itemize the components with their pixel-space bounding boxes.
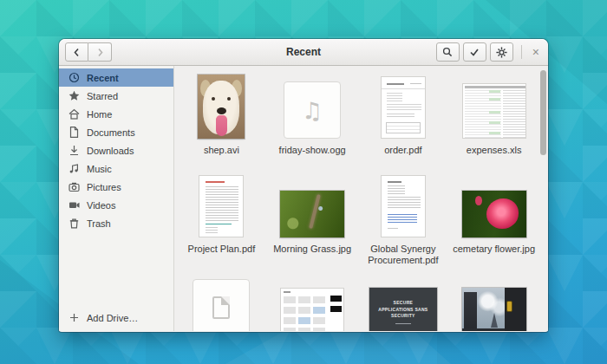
- file-thumbnail-rose-photo: [462, 191, 526, 237]
- file-label: order.pdf: [360, 145, 447, 168]
- file-grid-row: Project Plan.pdf Morning Grass.jpg Globa…: [176, 173, 539, 267]
- sidebar-item-label: Downloads: [87, 146, 134, 156]
- file-item-shep-avi[interactable]: shep.avi: [176, 75, 267, 168]
- headerbar: Recent: [59, 39, 548, 66]
- file-grid-row: SECURE APPLICATIONS SANS SECURITY: [176, 272, 539, 331]
- file-thumbnail-presentation-slide: SECURE APPLICATIONS SANS SECURITY: [369, 288, 437, 331]
- file-thumbnail-generic-document-card: [193, 279, 250, 331]
- music-note-icon: [69, 163, 80, 174]
- sidebar-item-recent[interactable]: Recent: [59, 68, 173, 87]
- sidebar-item-label: Home: [87, 109, 112, 120]
- sidebar-item-label: Pictures: [87, 182, 121, 192]
- file-thumbnail-text-document: [199, 175, 244, 237]
- headerbar-separator: [521, 45, 522, 59]
- file-label: friday-show.ogg: [269, 145, 356, 168]
- file-thumbnail-tables-sheet: [280, 288, 344, 331]
- add-drive-button[interactable]: Add Drive…: [59, 312, 173, 323]
- thumb-art: [491, 313, 498, 328]
- trash-icon: [69, 218, 80, 229]
- document-page-icon: [212, 296, 230, 319]
- content-scrollbar[interactable]: [538, 67, 547, 330]
- sidebar-item-label: Documents: [87, 127, 135, 138]
- file-label: Global Synergy Procurement.pdf: [360, 244, 447, 267]
- document-icon: [69, 127, 80, 138]
- file-manager-window: Recent: [59, 39, 548, 332]
- thumb-art: [486, 198, 519, 229]
- sidebar-item-label: Starred: [87, 91, 118, 101]
- file-label: Morning Grass.jpg: [269, 244, 356, 267]
- thumb-art: [309, 194, 321, 229]
- gear-icon: [496, 47, 507, 58]
- recent-files-view: shep.avi ♫ friday-show.ogg: [174, 66, 548, 331]
- music-note-icon: ♫: [302, 99, 323, 122]
- sidebar-item-downloads[interactable]: Downloads: [59, 141, 173, 159]
- file-thumbnail-audio-card: ♫: [284, 81, 341, 139]
- file-item-city-photo[interactable]: [448, 272, 539, 331]
- forward-button[interactable]: [88, 42, 112, 62]
- sidebar-item-label: Trash: [87, 218, 111, 229]
- file-thumbnail-grass-photo: [280, 191, 344, 237]
- slide-title-text: SECURE APPLICATIONS SANS SECURITY: [375, 300, 431, 320]
- back-button[interactable]: [65, 42, 88, 62]
- sidebar-item-home[interactable]: Home: [59, 105, 173, 123]
- file-item-project-plan-pdf[interactable]: Project Plan.pdf: [176, 173, 267, 267]
- slide-subtitle-line: [395, 323, 411, 324]
- file-thumbnail-invoice: [381, 76, 426, 139]
- close-window-button[interactable]: ×: [530, 46, 542, 58]
- navigation-buttons: [65, 42, 112, 62]
- plus-icon: [69, 312, 80, 323]
- file-item-cemetary-flower-jpg[interactable]: cemetary flower.jpg: [448, 173, 539, 267]
- thumb-art: [386, 122, 421, 133]
- headerbar-actions: ×: [436, 42, 542, 62]
- recent-clock-icon: [69, 72, 80, 83]
- file-grid-row: shep.avi ♫ friday-show.ogg: [176, 75, 539, 168]
- home-icon: [69, 108, 80, 120]
- thumb-art: [475, 196, 482, 205]
- sidebar-item-starred[interactable]: Starred: [59, 87, 173, 105]
- file-thumbnail-links-document: [381, 175, 426, 237]
- sidebar-item-music[interactable]: Music: [59, 159, 173, 178]
- selection-mode-button[interactable]: [463, 42, 486, 62]
- scrollbar-thumb[interactable]: [540, 70, 546, 155]
- file-item-generic-document[interactable]: [176, 272, 267, 331]
- thumb-art: [464, 292, 477, 331]
- sidebar-item-documents[interactable]: Documents: [59, 123, 173, 141]
- sidebar-item-label: Recent: [87, 73, 119, 83]
- camera-icon: [69, 181, 80, 192]
- file-label: Project Plan.pdf: [178, 244, 264, 267]
- file-thumbnail-city-photo: [462, 288, 526, 331]
- file-item-expenses-xls[interactable]: expenses.xls: [448, 75, 539, 168]
- file-label: expenses.xls: [451, 145, 538, 168]
- file-item-global-synergy-procurement-pdf[interactable]: Global Synergy Procurement.pdf: [358, 173, 449, 267]
- checkmark-icon: [469, 47, 480, 57]
- thumb-art: [216, 115, 227, 136]
- file-thumbnail-spreadsheet: [462, 83, 526, 139]
- sidebar-item-label: Music: [87, 164, 112, 174]
- download-icon: [69, 145, 80, 156]
- window-body: Recent Starred Home Documents: [59, 66, 548, 331]
- sidebar-item-trash[interactable]: Trash: [59, 214, 173, 232]
- add-drive-label: Add Drive…: [87, 313, 138, 323]
- search-button[interactable]: [436, 42, 460, 62]
- star-icon: [69, 90, 80, 101]
- file-item-friday-show-ogg[interactable]: ♫ friday-show.ogg: [267, 75, 358, 168]
- sidebar: Recent Starred Home Documents: [59, 66, 174, 331]
- sidebar-item-label: Videos: [87, 200, 115, 211]
- chevron-left-icon: [72, 48, 82, 57]
- view-options-button[interactable]: [490, 42, 513, 62]
- video-camera-icon: [69, 199, 80, 211]
- sidebar-item-videos[interactable]: Videos: [59, 196, 173, 214]
- search-icon: [442, 47, 453, 57]
- file-label: shep.avi: [178, 145, 264, 168]
- file-item-order-pdf[interactable]: order.pdf: [358, 75, 449, 168]
- file-item-tables-sheet[interactable]: [267, 272, 358, 331]
- traffic-light-art: [506, 301, 512, 312]
- file-label: cemetary flower.jpg: [451, 244, 538, 267]
- file-thumbnail-dog-photo: [198, 75, 245, 139]
- chevron-right-icon: [95, 48, 105, 57]
- file-item-morning-grass-jpg[interactable]: Morning Grass.jpg: [267, 173, 358, 267]
- file-item-dark-slide[interactable]: SECURE APPLICATIONS SANS SECURITY: [358, 272, 449, 331]
- sidebar-item-pictures[interactable]: Pictures: [59, 178, 173, 196]
